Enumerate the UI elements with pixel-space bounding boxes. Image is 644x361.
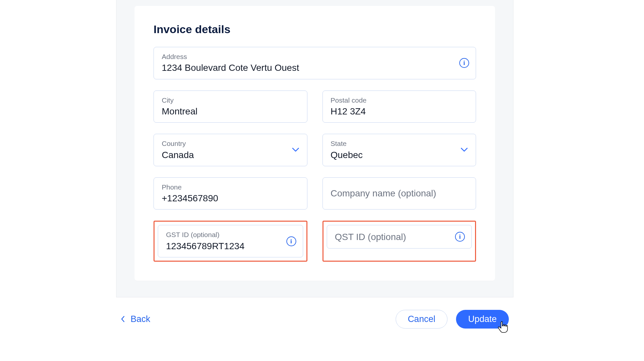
field-value: Montreal	[162, 105, 299, 118]
field-value: Canada	[162, 149, 299, 161]
field-value: +1234567890	[162, 192, 299, 205]
field-label: Country	[162, 139, 299, 148]
field-value: Quebec	[331, 149, 468, 161]
field-label: Address	[162, 52, 468, 61]
field-label: GST ID (optional)	[166, 230, 295, 239]
postal-code-field[interactable]: Postal code H12 3Z4	[322, 90, 476, 123]
chevron-down-icon	[461, 148, 468, 152]
back-link[interactable]: Back	[121, 314, 150, 324]
field-label: City	[162, 95, 299, 105]
card-title: Invoice details	[154, 23, 476, 36]
field-placeholder: Company name (optional)	[331, 187, 436, 200]
chevron-left-icon	[121, 316, 125, 322]
back-link-label: Back	[131, 314, 150, 324]
gst-highlight-box: GST ID (optional) 123456789RT1234	[154, 221, 307, 262]
field-label: State	[331, 139, 468, 148]
field-value: 123456789RT1234	[166, 240, 295, 252]
company-name-field[interactable]: Company name (optional)	[322, 177, 476, 210]
gst-id-field[interactable]: GST ID (optional) 123456789RT1234	[158, 225, 303, 257]
field-placeholder: QST ID (optional)	[335, 231, 406, 243]
state-select[interactable]: State Quebec	[322, 134, 476, 166]
invoice-details-card: Invoice details Address 1234 Boulevard C…	[135, 6, 495, 281]
qst-id-field[interactable]: QST ID (optional)	[327, 225, 472, 249]
field-label: Phone	[162, 182, 299, 192]
country-select[interactable]: Country Canada	[154, 134, 307, 166]
chevron-down-icon	[292, 148, 299, 152]
field-value: 1234 Boulevard Cote Vertu Ouest	[162, 61, 468, 74]
phone-field[interactable]: Phone +1234567890	[154, 177, 307, 210]
field-label: Postal code	[331, 95, 468, 105]
footer-bar: Back Cancel Update	[116, 297, 513, 329]
qst-highlight-box: QST ID (optional)	[322, 221, 476, 262]
info-icon[interactable]	[455, 232, 465, 242]
cursor-pointer-icon	[497, 321, 509, 335]
cancel-button[interactable]: Cancel	[396, 310, 447, 329]
city-field[interactable]: City Montreal	[154, 90, 307, 123]
info-icon[interactable]	[286, 236, 296, 246]
info-icon[interactable]	[459, 58, 469, 68]
address-field[interactable]: Address 1234 Boulevard Cote Vertu Ouest	[154, 47, 476, 79]
field-value: H12 3Z4	[331, 105, 468, 118]
